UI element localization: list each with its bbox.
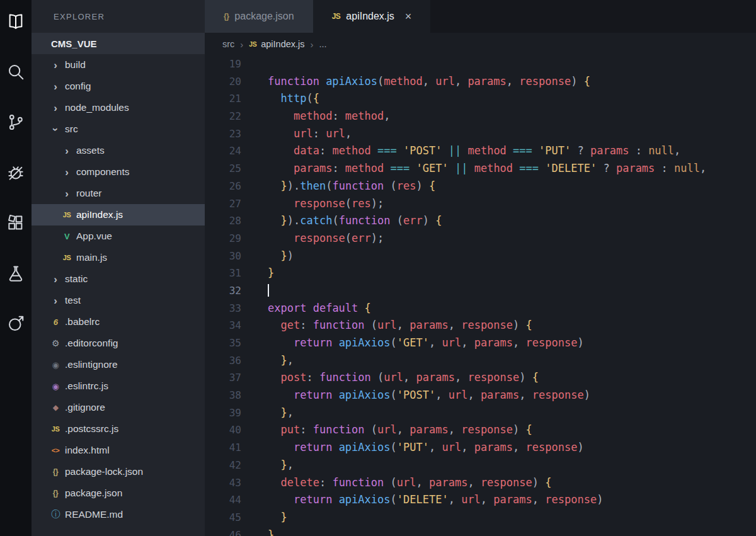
line-number[interactable]: 32	[205, 282, 241, 300]
code-line[interactable]: 44 return apiAxios('DELETE', url, params…	[205, 491, 756, 509]
code-line[interactable]: 28 }).catch(function (err) {	[205, 212, 756, 230]
line-number[interactable]: 24	[205, 142, 241, 160]
tree-item--eslintrc-js[interactable]: ◉.eslintrc.js	[32, 375, 205, 397]
line-number[interactable]: 26	[205, 178, 241, 195]
code-line[interactable]: 37 post: function (url, params, response…	[205, 369, 756, 387]
tab-apiindex-js[interactable]: JSapiIndex.js×	[313, 0, 431, 33]
tree-item-test[interactable]: ›test	[32, 290, 205, 311]
line-number[interactable]: 22	[205, 108, 241, 125]
tree-item-index-html[interactable]: <>index.html	[32, 440, 205, 461]
code-line[interactable]: 26 }).then(function (res) {	[205, 178, 756, 195]
book-icon[interactable]	[6, 11, 26, 31]
line-number[interactable]: 21	[205, 90, 241, 108]
tree-item-apiindex-js[interactable]: JSapiIndex.js	[32, 204, 205, 225]
line-number[interactable]: 37	[205, 369, 241, 387]
line-number[interactable]: 43	[205, 474, 241, 492]
code-line[interactable]: 39 },	[205, 404, 756, 422]
breadcrumb-more[interactable]: ...	[319, 39, 327, 49]
extensions-icon[interactable]	[6, 213, 26, 233]
line-number[interactable]: 25	[205, 160, 241, 178]
code-line[interactable]: 45 }	[205, 509, 756, 527]
code-line[interactable]: 25 params: method === 'GET' || method ==…	[205, 160, 756, 178]
chevron-right-icon: ›	[60, 145, 73, 156]
tree-item-router[interactable]: ›router	[32, 183, 205, 204]
code-line[interactable]: 19	[205, 55, 756, 73]
code-line[interactable]: 40 put: function (url, params, response)…	[205, 421, 756, 439]
tree-item--eslintignore[interactable]: ◉.eslintignore	[32, 354, 205, 375]
tab-package-json[interactable]: {}package.json	[205, 0, 313, 33]
line-number[interactable]: 46	[205, 527, 241, 536]
tree-item--postcssrc-js[interactable]: JS.postcssrc.js	[32, 418, 205, 440]
tree-item-config[interactable]: ›config	[32, 76, 205, 97]
tree-item-components[interactable]: ›components	[32, 161, 205, 183]
code-line[interactable]: 31}	[205, 265, 756, 282]
tree-item--babelrc[interactable]: 6.babelrc	[32, 311, 205, 333]
eslint-icon: ◉	[49, 382, 62, 391]
tree-item-app-vue[interactable]: VApp.vue	[32, 225, 205, 247]
code-line[interactable]: 22 method: method,	[205, 108, 756, 125]
line-number[interactable]: 35	[205, 334, 241, 352]
line-number[interactable]: 28	[205, 212, 241, 230]
code-line[interactable]: 29 response(err);	[205, 230, 756, 248]
code-line[interactable]: 20function apiAxios(method, url, params,…	[205, 73, 756, 91]
code-line[interactable]: 42 },	[205, 457, 756, 474]
code-line[interactable]: 21 http({	[205, 90, 756, 108]
line-number[interactable]: 29	[205, 230, 241, 248]
code-line[interactable]: 34 get: function (url, params, response)…	[205, 317, 756, 334]
tree-item-label: test	[65, 295, 81, 306]
line-number[interactable]: 33	[205, 300, 241, 317]
code-line[interactable]: 38 return apiAxios('POST', url, params, …	[205, 387, 756, 404]
line-number[interactable]: 45	[205, 509, 241, 527]
tree-item-package-lock-json[interactable]: {}package-lock.json	[32, 461, 205, 482]
code-line[interactable]: 32	[205, 282, 756, 300]
tree-item-readme-md[interactable]: ⓘREADME.md	[32, 504, 205, 525]
line-number[interactable]: 41	[205, 439, 241, 457]
line-number[interactable]: 23	[205, 125, 241, 143]
close-icon[interactable]: ×	[405, 10, 412, 23]
tree-item-main-js[interactable]: JSmain.js	[32, 247, 205, 268]
js-icon: JS	[332, 12, 341, 21]
line-number[interactable]: 36	[205, 352, 241, 370]
code-line[interactable]: 46}	[205, 527, 756, 536]
search-icon[interactable]	[6, 62, 26, 82]
line-number[interactable]: 20	[205, 73, 241, 91]
tree-item-build[interactable]: ›build	[32, 54, 205, 76]
project-section-header[interactable]: CMS_VUE	[32, 33, 205, 54]
code-line[interactable]: 30 })	[205, 248, 756, 265]
debug-icon[interactable]	[6, 163, 26, 183]
circle-arrow-icon[interactable]	[6, 314, 26, 334]
code-line[interactable]: 33export default {	[205, 300, 756, 317]
tree-item-label: .eslintignore	[65, 359, 118, 370]
source-control-icon[interactable]	[6, 112, 26, 132]
code-line-text: }	[241, 509, 287, 527]
tree-item-assets[interactable]: ›assets	[32, 140, 205, 161]
beaker-icon[interactable]	[6, 263, 26, 283]
code-line[interactable]: 27 response(res);	[205, 195, 756, 213]
code-line[interactable]: 41 return apiAxios('PUT', url, params, r…	[205, 439, 756, 457]
tree-item--editorconfig[interactable]: ⚙.editorconfig	[32, 333, 205, 354]
breadcrumb-file[interactable]: JS apiIndex.js	[249, 39, 304, 49]
code-line[interactable]: 24 data: method === 'POST' || method ===…	[205, 142, 756, 160]
breadcrumb-folder[interactable]: src	[222, 39, 234, 49]
line-number[interactable]: 34	[205, 317, 241, 334]
line-number[interactable]: 19	[205, 55, 241, 73]
code-line-text: }).catch(function (err) {	[241, 212, 442, 230]
tree-item--gitignore[interactable]: ◆.gitignore	[32, 397, 205, 418]
line-number[interactable]: 40	[205, 421, 241, 439]
line-number[interactable]: 42	[205, 457, 241, 474]
tree-item-src[interactable]: ›src	[32, 118, 205, 140]
code-line[interactable]: 43 delete: function (url, params, respon…	[205, 474, 756, 492]
code-line[interactable]: 36 },	[205, 352, 756, 370]
tree-item-label: router	[76, 188, 102, 199]
line-number[interactable]: 27	[205, 195, 241, 213]
tree-item-package-json[interactable]: {}package.json	[32, 482, 205, 504]
line-number[interactable]: 44	[205, 491, 241, 509]
tree-item-node-modules[interactable]: ›node_modules	[32, 97, 205, 118]
code-line[interactable]: 23 url: url,	[205, 125, 756, 143]
line-number[interactable]: 31	[205, 265, 241, 282]
line-number[interactable]: 39	[205, 404, 241, 422]
tree-item-static[interactable]: ›static	[32, 268, 205, 290]
code-line[interactable]: 35 return apiAxios('GET', url, params, r…	[205, 334, 756, 352]
line-number[interactable]: 30	[205, 248, 241, 265]
line-number[interactable]: 38	[205, 387, 241, 404]
